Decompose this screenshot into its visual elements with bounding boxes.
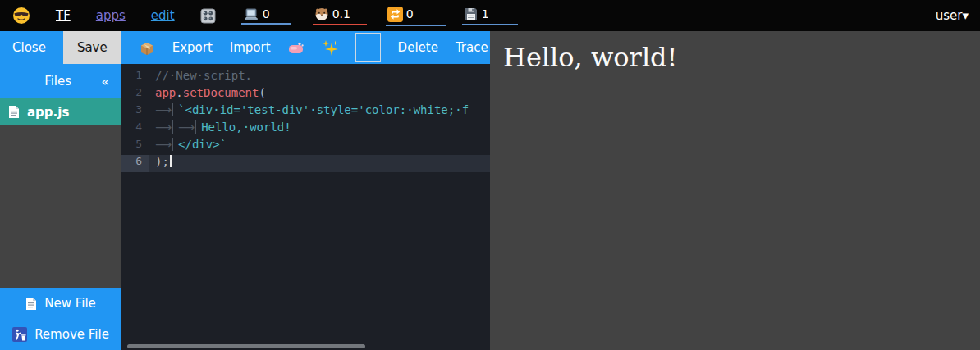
delete-button[interactable]: Delete — [398, 40, 438, 55]
package-icon[interactable] — [139, 39, 155, 56]
stat-field-floppy[interactable]: 1 — [462, 6, 518, 25]
tab-whitespace-marker: ⟶ — [178, 120, 196, 134]
blank-tool-button[interactable] — [355, 33, 381, 62]
repeat-icon — [387, 7, 403, 22]
code-area[interactable]: //·New·script.app.setDocument(⟶`<div·id=… — [149, 69, 490, 350]
text-cursor — [170, 155, 172, 167]
code-line[interactable]: ⟶`<div·id='test-div'·style='color:·white… — [149, 103, 490, 120]
line-number: 6 — [121, 155, 149, 172]
code-line[interactable]: ); — [149, 155, 490, 172]
user-menu-dropdown[interactable]: user▾ — [936, 8, 969, 23]
document-icon — [25, 297, 37, 311]
stat-field-repeat[interactable]: 0 — [386, 6, 446, 26]
export-button[interactable]: Export — [172, 40, 213, 55]
code-line[interactable]: //·New·script. — [149, 69, 490, 86]
nav-link-apps[interactable]: apps — [96, 8, 126, 23]
code-line[interactable]: ⟶</div>` — [149, 138, 490, 155]
smiley-sunglasses-icon[interactable] — [12, 7, 30, 25]
control-knobs-icon[interactable] — [200, 8, 216, 24]
nav-link-edit[interactable]: edit — [151, 8, 175, 23]
files-header-label: Files — [0, 74, 101, 89]
horizontal-scrollbar-thumb[interactable] — [127, 344, 365, 348]
code-token: `<div·id='test-div'·style='color:·white;… — [178, 103, 469, 116]
preview-panel: Hello, world! — [490, 31, 980, 350]
preview-hello-world-text: Hello, world! — [490, 31, 980, 73]
stat-value: 0 — [406, 7, 414, 20]
floppy-disk-icon — [464, 7, 479, 21]
remove-file-label: Remove File — [34, 327, 109, 342]
top-menu-bar: TF apps edit 0 0.1 0 — [0, 0, 980, 31]
code-token: Hello,·world! — [201, 120, 291, 134]
stat-field-hamster[interactable]: 0.1 — [313, 6, 367, 25]
code-editor[interactable]: 123456 //·New·script.app.setDocument(⟶`<… — [121, 64, 490, 350]
document-icon — [8, 105, 20, 119]
code-token: </div>` — [178, 138, 227, 151]
trace-button[interactable]: Trace — [456, 40, 488, 55]
nav-link-tf[interactable]: TF — [56, 8, 71, 23]
stat-value: 0.1 — [332, 7, 350, 20]
code-token: app — [155, 86, 176, 99]
line-number: 5 — [121, 138, 149, 155]
app-root: TF apps edit 0 0.1 0 — [0, 0, 980, 350]
files-sidebar: Files « app.js New File — [0, 64, 121, 350]
code-line[interactable]: app.setDocument( — [149, 86, 490, 103]
import-button[interactable]: Import — [230, 40, 271, 55]
file-name: app.js — [27, 105, 69, 120]
close-button[interactable]: Close — [12, 40, 46, 55]
sidebar-filler — [0, 125, 121, 288]
save-button[interactable]: Save — [63, 31, 121, 64]
code-line[interactable]: ⟶⟶Hello,·world! — [149, 120, 490, 138]
collapse-sidebar-button[interactable]: « — [101, 74, 121, 89]
code-token: setDocument — [183, 86, 259, 99]
remove-file-button[interactable]: Remove File — [0, 319, 121, 350]
stat-value: 1 — [482, 7, 489, 20]
files-header: Files « — [0, 64, 121, 98]
file-list: app.js — [0, 98, 121, 125]
litter-bin-icon — [12, 327, 27, 342]
script-editor-window: Close Save Export Import Delete Trace Fi… — [0, 31, 490, 350]
panel-body: Files « app.js New File — [0, 64, 490, 350]
code-token: ); — [155, 155, 169, 168]
tab-whitespace-marker: ⟶ — [155, 103, 173, 116]
soap-icon[interactable] — [288, 41, 305, 54]
horizontal-scrollbar-track — [121, 343, 490, 350]
file-item[interactable]: app.js — [0, 98, 121, 125]
line-number: 2 — [121, 86, 149, 103]
sidebar-actions: New File Remove File — [0, 288, 121, 350]
code-token: //·New·script. — [155, 69, 252, 82]
editor-toolbar: Close Save Export Import Delete Trace — [0, 31, 490, 64]
line-number: 3 — [121, 103, 149, 120]
tab-whitespace-marker: ⟶ — [155, 120, 173, 134]
stat-field-laptop[interactable]: 0 — [241, 7, 291, 25]
line-number: 1 — [121, 69, 149, 86]
code-token: ( — [259, 86, 265, 99]
line-number: 4 — [121, 120, 149, 138]
laptop-icon — [243, 8, 259, 20]
new-file-button[interactable]: New File — [0, 288, 121, 319]
sparkles-icon[interactable] — [322, 39, 338, 56]
hamster-icon — [314, 7, 329, 21]
tab-whitespace-marker: ⟶ — [155, 138, 173, 151]
code-token: . — [176, 86, 182, 99]
gutter: 123456 — [121, 69, 149, 350]
stat-value: 0 — [263, 7, 270, 20]
new-file-label: New File — [44, 296, 96, 311]
